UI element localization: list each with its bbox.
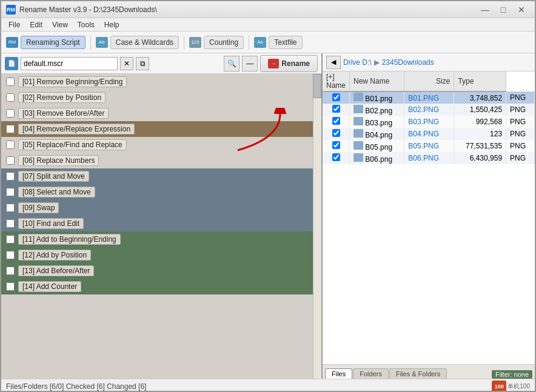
- script-filename-input[interactable]: [21, 57, 118, 70]
- clear-script-button[interactable]: ✕: [120, 57, 133, 70]
- col-header-type[interactable]: Type: [454, 71, 506, 91]
- path-breadcrumb: Drive D:\ ▶ 2345Downloads: [343, 58, 434, 67]
- script-checkbox-04[interactable]: [6, 125, 15, 133]
- script-item-09[interactable]: [09] Swap: [1, 200, 313, 216]
- script-list: [01] Remove Beginning/Ending [02] Remove…: [1, 74, 321, 379]
- script-checkbox-01[interactable]: [6, 78, 15, 86]
- script-item-14[interactable]: [14] Add Counter: [1, 279, 313, 294]
- file-checkbox-5[interactable]: [332, 153, 340, 161]
- tab-folders[interactable]: Folders: [353, 368, 389, 379]
- main-content: 📄 ✕ ⧉ 🔍 — → Rename [01] Remove Beginning…: [1, 53, 535, 379]
- menu-file[interactable]: File: [4, 19, 25, 30]
- file-check-cell[interactable]: [323, 104, 350, 116]
- script-item-05[interactable]: [05] Replace/Find and Replace: [1, 137, 313, 153]
- file-name: B06.png: [365, 155, 392, 164]
- file-checkbox-2[interactable]: [332, 117, 340, 125]
- folder-link[interactable]: 2345Downloads: [382, 58, 434, 67]
- file-newname-cell: B01.PNG: [404, 91, 454, 104]
- script-label-09: [09] Swap: [18, 202, 59, 213]
- tab-textfile[interactable]: Textfile: [269, 36, 302, 49]
- file-size-cell: 3,748,852: [454, 91, 506, 104]
- script-label-01: [01] Remove Beginning/Ending: [18, 76, 127, 87]
- script-item-02[interactable]: [02] Remove by Position: [1, 90, 313, 105]
- script-checkbox-08[interactable]: [6, 188, 15, 196]
- script-label-08: [08] Select and Move: [18, 187, 95, 198]
- scrollbar-thumb[interactable]: [313, 74, 321, 98]
- file-newname-cell: B02.PNG: [404, 104, 454, 116]
- col-header-size[interactable]: Size: [404, 71, 454, 91]
- file-checkbox-1[interactable]: [332, 105, 340, 113]
- copy-script-button[interactable]: ⧉: [136, 57, 149, 70]
- title-bar: RM Rename Master v3.9 - D:\2345Downloads…: [1, 1, 535, 18]
- close-button[interactable]: ✕: [513, 4, 530, 16]
- script-item-01[interactable]: [01] Remove Beginning/Ending: [1, 74, 313, 90]
- col-header-newname[interactable]: New Name: [350, 71, 404, 91]
- script-label-05: [05] Replace/Find and Replace: [18, 139, 127, 150]
- col-header-check[interactable]: [+] Name: [323, 71, 350, 91]
- status-bar: Files/Folders [6/0] Checked [6] Changed …: [1, 379, 535, 392]
- file-checkbox-4[interactable]: [332, 141, 340, 149]
- script-label-12: [12] Add by Position: [18, 250, 91, 261]
- script-item-08[interactable]: [08] Select and Move: [1, 184, 313, 200]
- tab-files[interactable]: Files: [325, 368, 352, 379]
- script-label-14: [14] Add Counter: [18, 281, 81, 292]
- file-check-cell[interactable]: [323, 128, 350, 140]
- rename-button[interactable]: → Rename: [260, 55, 318, 72]
- file-checkbox-0[interactable]: [332, 93, 340, 101]
- script-checkbox-05[interactable]: [6, 141, 15, 149]
- tab-case-wildcards[interactable]: Case & Wildcards: [110, 36, 179, 49]
- file-checkbox-3[interactable]: [332, 129, 340, 137]
- table-row[interactable]: B02.png B02.PNG 1,550,425 PNG: [323, 104, 535, 116]
- tab-counting[interactable]: Counting: [204, 36, 244, 49]
- file-check-cell[interactable]: [323, 152, 350, 164]
- script-item-03[interactable]: [03] Remove Before/After: [1, 105, 313, 121]
- file-icon: [353, 93, 363, 101]
- table-row[interactable]: B05.png B05.PNG 77,531,535 PNG: [323, 140, 535, 152]
- file-check-cell[interactable]: [323, 116, 350, 128]
- script-checkbox-09[interactable]: [6, 204, 15, 212]
- script-checkbox-11[interactable]: [6, 235, 15, 244]
- script-checkbox-12[interactable]: [6, 251, 15, 259]
- script-item-11[interactable]: [11] Add to Beginning/Ending: [1, 231, 313, 247]
- scrollbar-track[interactable]: [313, 74, 321, 379]
- nav-back-button[interactable]: ◀: [326, 56, 341, 69]
- table-row[interactable]: B06.png B06.PNG 6,430,959 PNG: [323, 152, 535, 164]
- app-icon: RM: [6, 5, 16, 15]
- file-type-cell: PNG: [506, 104, 535, 116]
- script-checkbox-10[interactable]: [6, 219, 15, 228]
- script-item-07[interactable]: [07] Split and Move: [1, 168, 313, 184]
- file-check-cell[interactable]: [323, 91, 350, 104]
- script-checkbox-14[interactable]: [6, 282, 15, 291]
- file-name: B04.png: [365, 131, 392, 139]
- script-checkbox-03[interactable]: [6, 109, 15, 118]
- table-row[interactable]: B04.png B04.PNG 123 PNG: [323, 128, 535, 140]
- script-checkbox-02[interactable]: [6, 93, 15, 102]
- file-name: B03.png: [365, 119, 392, 127]
- menu-help[interactable]: Help: [99, 19, 124, 30]
- menu-tools[interactable]: Tools: [73, 19, 99, 30]
- minimize-button[interactable]: —: [477, 4, 494, 16]
- script-item-13[interactable]: [13] Add Before/After: [1, 263, 313, 279]
- script-toolbar: 📄 ✕ ⧉ 🔍 — → Rename: [1, 53, 321, 74]
- drive-link[interactable]: Drive D:\: [343, 58, 372, 67]
- maximize-button[interactable]: □: [495, 4, 512, 16]
- tab-files-folders[interactable]: Files & Folders: [389, 368, 447, 379]
- search-button[interactable]: 🔍: [224, 56, 240, 71]
- script-item-10[interactable]: [10] Find and Edit: [1, 216, 313, 231]
- script-item-12[interactable]: [12] Add by Position: [1, 247, 313, 263]
- script-checkbox-06[interactable]: [6, 156, 15, 165]
- minus-button[interactable]: —: [242, 56, 258, 71]
- script-checkbox-13[interactable]: [6, 267, 15, 275]
- rename-label: Rename: [281, 59, 310, 68]
- script-item-04[interactable]: [04] Remove/Replace Expression: [1, 121, 313, 137]
- menu-edit[interactable]: Edit: [25, 19, 47, 30]
- file-table: [+] Name New Name Size Type B01.png B01.…: [323, 71, 535, 164]
- table-row[interactable]: B01.png B01.PNG 3,748,852 PNG: [323, 91, 535, 104]
- file-check-cell[interactable]: [323, 140, 350, 152]
- tab-renaming-script[interactable]: Renaming Script: [21, 36, 85, 49]
- script-checkbox-07[interactable]: [6, 172, 15, 181]
- file-toolbar: ◀ Drive D:\ ▶ 2345Downloads: [323, 53, 535, 71]
- menu-view[interactable]: View: [47, 19, 73, 30]
- script-item-06[interactable]: [06] Replace Numbers: [1, 153, 313, 168]
- table-row[interactable]: B03.png B03.PNG 992,568 PNG: [323, 116, 535, 128]
